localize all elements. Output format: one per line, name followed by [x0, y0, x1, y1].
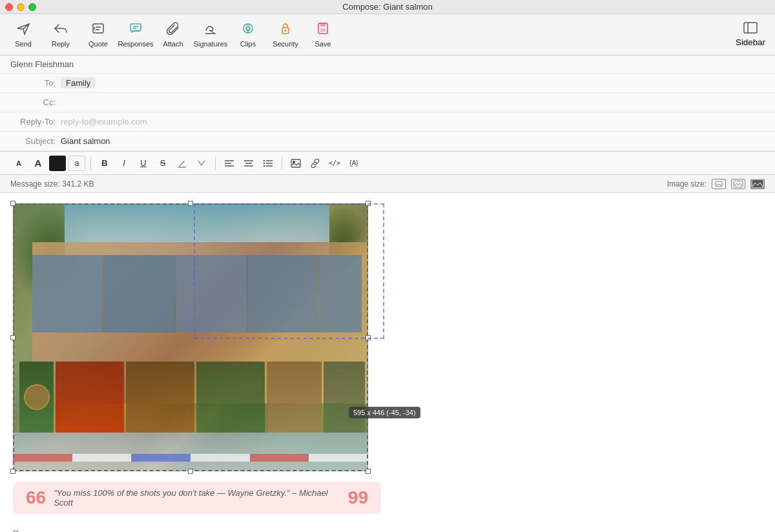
subject-row: Subject: Giant salmon — [0, 132, 775, 151]
clips-button[interactable]: Clips — [230, 17, 266, 53]
message-size-value: 341.2 KB — [62, 179, 94, 189]
resize-handle-br[interactable] — [366, 469, 371, 474]
align-center-button[interactable] — [240, 156, 257, 171]
resize-handle-mr[interactable] — [366, 335, 371, 340]
resize-handle-bm[interactable] — [188, 469, 193, 474]
svg-point-27 — [264, 159, 265, 161]
signature-area: -- Glenn Fleishman . Seattle . Twitter @… — [13, 514, 762, 532]
security-button[interactable]: Security — [267, 17, 304, 53]
list-button[interactable] — [260, 156, 276, 171]
attach-button[interactable]: Attach — [155, 17, 191, 53]
attach-label: Attach — [163, 40, 183, 48]
inline-format-button[interactable] — [193, 156, 210, 171]
to-label: To: — [10, 78, 56, 88]
svg-point-10 — [246, 26, 250, 30]
cc-row: Cc: — [0, 93, 775, 112]
sidebar-button[interactable]: Sidebar — [731, 17, 770, 53]
svg-point-34 — [293, 161, 295, 163]
signatures-button[interactable]: Signatures — [192, 17, 229, 53]
traffic-lights — [5, 3, 36, 11]
underline-button[interactable]: U — [135, 156, 152, 171]
code-button[interactable]: </> — [326, 156, 343, 171]
quote-mark-left: 66 — [26, 489, 46, 507]
save-icon — [316, 21, 330, 38]
font-smaller-button[interactable]: A — [10, 156, 27, 171]
bold-button[interactable]: B — [96, 156, 113, 171]
minimize-button[interactable] — [17, 3, 25, 11]
image-size-medium-button[interactable] — [731, 179, 745, 189]
to-row: To: Family — [0, 74, 775, 93]
send-button[interactable]: Send — [5, 17, 41, 53]
clips-label: Clips — [240, 40, 256, 48]
quote-label: Quote — [88, 40, 108, 48]
subject-text: Giant salmon — [61, 136, 110, 146]
highlight-button[interactable] — [174, 156, 191, 171]
responses-icon — [129, 21, 143, 38]
responses-button[interactable]: Responses — [118, 17, 154, 53]
quote-banner: 66 "You miss 100% of the shots you don't… — [13, 482, 381, 514]
header-fields: Glenn Fleishman To: Family Cc: Reply-To:… — [0, 56, 775, 152]
security-label: Security — [273, 40, 298, 48]
fmt-separator-1 — [90, 157, 91, 170]
font-larger-button[interactable]: A — [30, 156, 46, 171]
fullscreen-button[interactable] — [28, 3, 36, 11]
svg-rect-5 — [130, 24, 141, 31]
italic-button[interactable]: I — [116, 156, 132, 171]
svg-rect-16 — [320, 23, 326, 26]
format-toolbar: A A a B I U S </> {A} — [0, 152, 775, 175]
svg-rect-37 — [752, 179, 763, 188]
image-size-small-button[interactable] — [712, 179, 726, 189]
color-swatch[interactable] — [49, 156, 66, 171]
window-title: Compose: Giant salmon — [342, 2, 432, 12]
status-bar: Message size: 341.2 KB Image size: — [0, 175, 775, 193]
body-area[interactable]: 595 x 446 (-45, -34) 66 "You miss 100% o… — [0, 193, 775, 532]
send-label: Send — [15, 40, 32, 48]
close-button[interactable] — [5, 3, 13, 11]
responses-label: Responses — [118, 40, 153, 48]
quote-button[interactable]: Quote — [80, 17, 116, 53]
svg-rect-17 — [320, 28, 326, 32]
variable-button[interactable]: {A} — [346, 156, 362, 171]
subject-label: Subject: — [10, 136, 56, 146]
save-button[interactable]: Save — [305, 17, 341, 53]
sig-dash: -- — [13, 524, 762, 532]
security-icon — [278, 21, 293, 38]
reply-to-row: Reply-To: — [0, 112, 775, 132]
reply-to-input[interactable] — [61, 117, 765, 127]
resize-handle-tm[interactable] — [188, 201, 193, 206]
letter-a-button[interactable]: a — [68, 156, 85, 171]
resize-handle-tr[interactable] — [366, 201, 371, 206]
quote-mark-right: 99 — [348, 489, 368, 507]
image-container[interactable]: 595 x 446 (-45, -34) — [13, 203, 368, 471]
status-right: Image size: — [667, 179, 765, 189]
reply-label: Reply — [52, 40, 70, 48]
image-button[interactable] — [287, 156, 304, 171]
quote-icon — [91, 21, 105, 38]
signatures-label: Signatures — [194, 40, 228, 48]
to-field[interactable]: Family — [61, 77, 765, 88]
image-size-label: Image size: — [667, 179, 707, 189]
from-name: Glenn Fleishman — [10, 59, 74, 69]
svg-rect-18 — [744, 23, 757, 33]
resize-handle-tl[interactable] — [10, 201, 16, 206]
sidebar-icon — [743, 22, 758, 36]
fmt-separator-2 — [215, 157, 216, 170]
recipient-tag-family[interactable]: Family — [61, 77, 96, 88]
send-icon — [16, 21, 30, 38]
toolbar: Send Reply Quote — [0, 14, 775, 56]
clips-icon — [241, 21, 255, 38]
signatures-icon — [203, 21, 218, 38]
reply-to-label: Reply-To: — [10, 117, 56, 127]
resize-handle-bl[interactable] — [10, 469, 16, 474]
align-left-button[interactable] — [221, 156, 238, 171]
cc-input[interactable] — [61, 97, 765, 107]
reply-button[interactable]: Reply — [43, 17, 79, 53]
save-label: Save — [315, 40, 331, 48]
hyperlink-button[interactable] — [307, 156, 324, 171]
sidebar-label: Sidebar — [736, 37, 765, 47]
svg-point-31 — [264, 165, 265, 166]
fmt-separator-3 — [282, 157, 282, 170]
resize-handle-ml[interactable] — [10, 335, 16, 340]
image-size-large-button[interactable] — [750, 179, 765, 189]
strikethrough-button[interactable]: S — [154, 156, 171, 171]
